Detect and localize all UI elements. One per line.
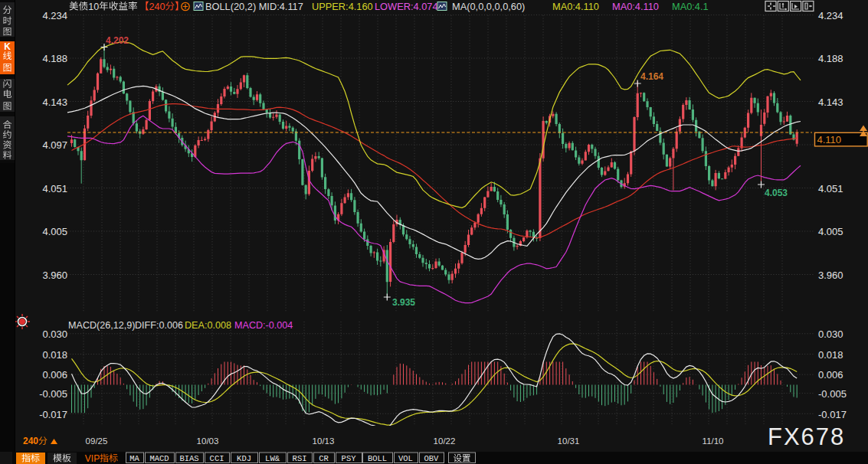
svg-text:VOL: VOL — [398, 454, 413, 463]
svg-text:BIAS: BIAS — [179, 454, 198, 463]
svg-text:CR: CR — [319, 454, 329, 463]
svg-text:RSI: RSI — [293, 454, 307, 463]
svg-text:OBV: OBV — [424, 454, 440, 463]
svg-text:CCI: CCI — [210, 454, 224, 463]
svg-text:MA: MA — [129, 454, 139, 463]
svg-text:MACD: MACD — [149, 454, 169, 463]
svg-text:LW&: LW& — [265, 454, 280, 463]
svg-text:VIP: VIP — [85, 453, 100, 464]
svg-text:PSY: PSY — [342, 454, 357, 463]
svg-text:KDJ: KDJ — [237, 454, 251, 463]
svg-text:BOLL: BOLL — [368, 454, 387, 463]
